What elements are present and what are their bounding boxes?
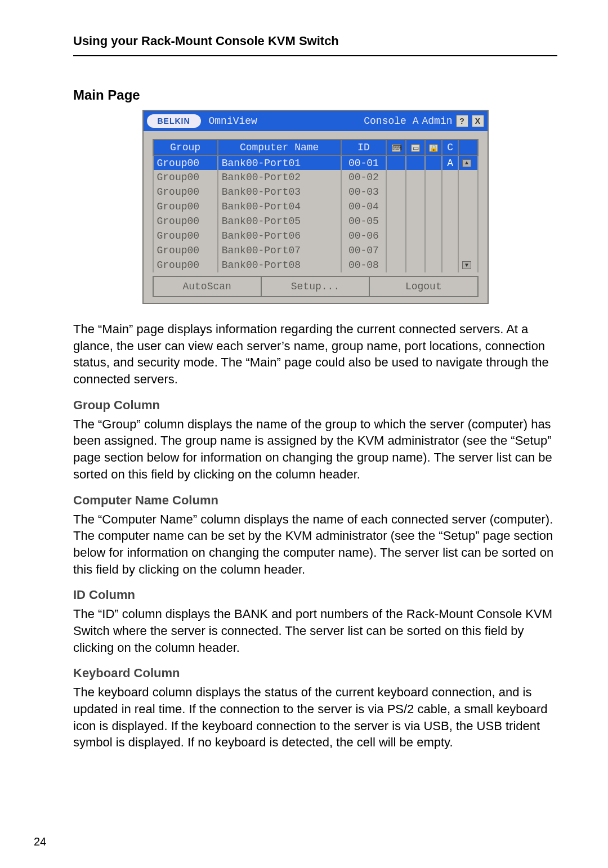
autoscan-button[interactable]: AutoScan	[154, 277, 262, 296]
scroll-down-icon[interactable]: ▼	[462, 261, 471, 269]
table-cell	[425, 170, 442, 185]
scroll-cell	[458, 243, 478, 258]
keyboard-column-title: Keyboard Column	[73, 666, 557, 681]
col-group[interactable]: Group	[153, 140, 218, 155]
logout-button[interactable]: Logout	[370, 277, 477, 296]
table-cell	[406, 199, 426, 214]
table-cell	[442, 170, 458, 185]
table-row[interactable]: Group00Bank00-Port0100-01A▲	[153, 155, 478, 170]
mouse-icon[interactable]: ▭	[406, 140, 426, 155]
table-cell: 00-02	[341, 170, 387, 185]
table-cell	[425, 214, 442, 229]
table-cell: Bank00-Port01	[218, 155, 341, 170]
table-cell	[386, 243, 406, 258]
table-cell: 00-05	[341, 214, 387, 229]
table-cell	[425, 243, 442, 258]
table-cell: Bank00-Port08	[218, 258, 341, 272]
table-cell	[406, 243, 426, 258]
table-row[interactable]: Group00Bank00-Port0400-04	[153, 199, 478, 214]
col-scroll	[458, 140, 478, 155]
scroll-cell: ▼	[458, 258, 478, 272]
table-cell	[406, 170, 426, 185]
table-cell	[442, 185, 458, 199]
table-cell: Group00	[153, 229, 218, 243]
table-row[interactable]: Group00Bank00-Port0500-05	[153, 214, 478, 229]
table-cell: A	[442, 155, 458, 170]
id-column-body: The “ID” column displays the BANK and po…	[73, 606, 557, 656]
table-cell	[386, 258, 406, 272]
table-cell: Group00	[153, 155, 218, 170]
table-cell: 00-08	[341, 258, 387, 272]
table-cell: 00-04	[341, 199, 387, 214]
table-cell	[406, 214, 426, 229]
table-cell: Group00	[153, 170, 218, 185]
table-cell	[386, 229, 406, 243]
keyboard-icon[interactable]: ⌨	[386, 140, 406, 155]
computer-name-column-title: Computer Name Column	[73, 493, 557, 508]
close-icon[interactable]: X	[472, 115, 484, 127]
table-cell: Group00	[153, 243, 218, 258]
table-cell	[442, 199, 458, 214]
table-row[interactable]: Group00Bank00-Port0300-03	[153, 185, 478, 199]
table-cell: Bank00-Port04	[218, 199, 341, 214]
osd-title-bar: BELKIN OmniView Console A Admin ? X	[144, 111, 488, 131]
table-cell	[386, 199, 406, 214]
keyboard-column-body: The keyboard column displays the status …	[73, 684, 557, 751]
table-cell: 00-07	[341, 243, 387, 258]
scroll-cell	[458, 185, 478, 199]
help-icon[interactable]: ?	[456, 115, 468, 127]
table-cell	[442, 214, 458, 229]
osd-window: BELKIN OmniView Console A Admin ? X Grou…	[142, 110, 489, 304]
table-cell	[406, 185, 426, 199]
table-cell	[442, 229, 458, 243]
main-page-title: Main Page	[73, 87, 557, 103]
scroll-cell	[458, 199, 478, 214]
table-cell: Group00	[153, 258, 218, 272]
lock-icon[interactable]: 🔒	[425, 140, 442, 155]
scroll-up-icon[interactable]: ▲	[462, 159, 471, 167]
col-computer-name[interactable]: Computer Name	[218, 140, 341, 155]
group-column-title: Group Column	[73, 398, 557, 413]
col-security[interactable]: C	[442, 140, 458, 155]
id-column-title: ID Column	[73, 588, 557, 602]
console-label: Console A	[364, 115, 418, 127]
table-row[interactable]: Group00Bank00-Port0700-07	[153, 243, 478, 258]
table-cell: Bank00-Port06	[218, 229, 341, 243]
user-label: Admin	[422, 115, 452, 127]
table-cell	[386, 185, 406, 199]
brand-logo: BELKIN	[147, 114, 201, 128]
table-cell	[442, 258, 458, 272]
col-id[interactable]: ID	[341, 140, 387, 155]
table-cell	[386, 214, 406, 229]
scroll-cell	[458, 170, 478, 185]
table-cell	[386, 170, 406, 185]
table-cell: Group00	[153, 185, 218, 199]
table-row[interactable]: Group00Bank00-Port0800-08▼	[153, 258, 478, 272]
table-cell: Group00	[153, 214, 218, 229]
table-cell	[406, 155, 426, 170]
page-number: 24	[34, 835, 46, 848]
scroll-cell	[458, 214, 478, 229]
osd-button-bar: AutoScan Setup... Logout	[153, 276, 479, 297]
table-cell	[406, 258, 426, 272]
table-row[interactable]: Group00Bank00-Port0600-06	[153, 229, 478, 243]
table-cell: Bank00-Port03	[218, 185, 341, 199]
setup-button[interactable]: Setup...	[262, 277, 370, 296]
table-cell: Bank00-Port07	[218, 243, 341, 258]
manual-page: Using your Rack-Mount Console KVM Switch…	[0, 0, 608, 868]
table-cell: 00-03	[341, 185, 387, 199]
table-cell: 00-01	[341, 155, 387, 170]
product-name: OmniView	[209, 115, 364, 127]
section-heading: Using your Rack-Mount Console KVM Switch	[73, 34, 557, 56]
table-cell	[442, 243, 458, 258]
table-cell: Bank00-Port05	[218, 214, 341, 229]
table-cell	[425, 258, 442, 272]
table-cell	[425, 185, 442, 199]
table-cell: Group00	[153, 199, 218, 214]
server-table: Group Computer Name ID ⌨ ▭ 🔒 C Group00Ba…	[153, 139, 479, 272]
scroll-cell	[458, 229, 478, 243]
group-column-body: The “Group” column displays the name of …	[73, 416, 557, 483]
table-row[interactable]: Group00Bank00-Port0200-02	[153, 170, 478, 185]
osd-screenshot: BELKIN OmniView Console A Admin ? X Grou…	[73, 110, 557, 304]
table-cell	[386, 155, 406, 170]
